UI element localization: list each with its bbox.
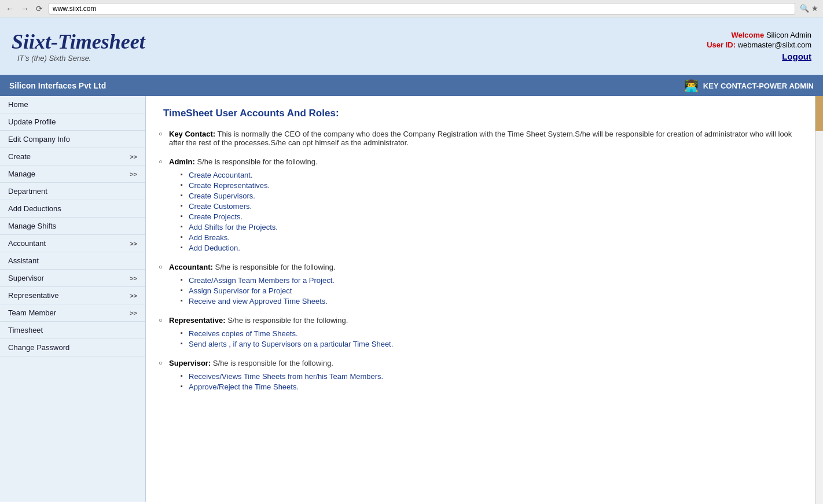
sidebar-item-create[interactable]: Create>> — [0, 148, 145, 165]
list-item: Create Representatives. — [181, 181, 806, 190]
list-item: Receive and view Approved Time Sheets. — [181, 297, 806, 306]
page-title: TimeSheet User Accounts And Roles: — [163, 108, 806, 119]
browser-tools: 🔍 ★ — [800, 4, 818, 13]
welcome-label: Welcome — [731, 31, 764, 39]
sidebar-item-label: Add Deductions — [8, 204, 61, 213]
sidebar-item-assistant[interactable]: Assistant — [0, 252, 145, 270]
sidebar-item-arrow: >> — [130, 275, 137, 282]
sidebar-item-arrow: >> — [130, 292, 137, 299]
sidebar-item-arrow: >> — [130, 310, 137, 317]
sidebar-item-arrow: >> — [130, 240, 137, 247]
section-desc: This is normally the CEO of the company … — [169, 130, 792, 147]
list-item: Assign Supervisor for a Project — [181, 286, 806, 295]
welcome-line: Welcome Silicon Admin — [707, 31, 811, 39]
nav-bar: Silicon Interfaces Pvt Ltd 👨‍💻 KEY CONTA… — [0, 75, 823, 96]
sidebar-item-label: Manage — [8, 170, 35, 178]
sidebar-item-label: Supervisor — [8, 274, 44, 282]
sidebar-item-department[interactable]: Department — [0, 183, 145, 200]
sidebar-item-label: Assistant — [8, 256, 39, 265]
list-item: Add Deduction. — [181, 244, 806, 252]
sidebar-item-label: Create — [8, 152, 31, 161]
sidebar-item-label: Representative — [8, 291, 58, 300]
sidebar-item-team-member[interactable]: Team Member>> — [0, 304, 145, 322]
userid-line: User ID: webmaster@siixt.com — [707, 41, 811, 49]
list-item: Create Supervisors. — [181, 192, 806, 200]
sidebar-item-label: Manage Shifts — [8, 222, 56, 230]
content-section-0: Key Contact: This is normally the CEO of… — [163, 130, 806, 147]
sidebar-item-accountant[interactable]: Accountant>> — [0, 235, 145, 252]
list-item: Create/Assign Team Members for a Project… — [181, 276, 806, 285]
welcome-name: Silicon Admin — [766, 31, 811, 39]
content-section-3: Representative: S/he is responsible for … — [163, 316, 806, 348]
list-item: Create Customers. — [181, 202, 806, 211]
sidebar-item-manage[interactable]: Manage>> — [0, 165, 145, 183]
sidebar-item-timesheet[interactable]: Timesheet — [0, 322, 145, 339]
user-info: Welcome Silicon Admin User ID: webmaster… — [707, 31, 811, 61]
content-section-4: Supervisor: S/he is responsible for the … — [163, 359, 806, 391]
list-item: Receives copies of Time Sheets. — [181, 329, 806, 338]
section-desc: S/he is responsible for the following. — [211, 359, 333, 367]
sub-list: Receives copies of Time Sheets.Send aler… — [181, 329, 806, 348]
sub-list: Receives/Views Time Sheets from her/his … — [181, 372, 806, 391]
sidebar-item-update-profile[interactable]: Update Profile — [0, 113, 145, 131]
sidebar-item-label: Home — [8, 100, 28, 109]
sidebar-item-representative[interactable]: Representative>> — [0, 287, 145, 304]
refresh-button[interactable]: ⟳ — [35, 4, 44, 13]
content-section-2: Accountant: S/he is responsible for the … — [163, 263, 806, 306]
sidebar-item-label: Update Profile — [8, 117, 56, 126]
sidebar: HomeUpdate ProfileEdit Company InfoCreat… — [0, 96, 146, 502]
star-icon: ★ — [811, 4, 818, 13]
scrollbar[interactable] — [815, 96, 823, 502]
content-list: Key Contact: This is normally the CEO of… — [163, 130, 806, 391]
list-item: Create Projects. — [181, 212, 806, 221]
main-content: TimeSheet User Accounts And Roles: Key C… — [146, 96, 823, 502]
section-title: Representative: — [169, 316, 226, 325]
logo-title: Siixt-Timesheet — [12, 30, 145, 54]
list-item: Approve/Reject the Time Sheets. — [181, 382, 806, 391]
section-desc: S/he is responsible for the following. — [226, 316, 348, 325]
sidebar-item-label: Department — [8, 187, 47, 196]
userid-value: webmaster@siixt.com — [738, 41, 811, 49]
sidebar-item-manage-shifts[interactable]: Manage Shifts — [0, 218, 145, 235]
sidebar-item-arrow: >> — [130, 171, 137, 178]
section-title: Accountant: — [169, 263, 213, 271]
power-admin-label: 👨‍💻 KEY CONTACT-POWER ADMIN — [684, 79, 814, 93]
sidebar-item-add-deductions[interactable]: Add Deductions — [0, 200, 145, 218]
list-item: Add Breaks. — [181, 233, 806, 242]
page-header: Siixt-Timesheet IT's (the) Sixth Sense. … — [0, 17, 823, 75]
content-section-1: Admin: S/he is responsible for the follo… — [163, 157, 806, 252]
sub-list: Create Accountant.Create Representatives… — [181, 171, 806, 252]
sidebar-item-label: Timesheet — [8, 326, 43, 334]
sidebar-item-home[interactable]: Home — [0, 96, 145, 113]
section-title: Admin: — [169, 157, 195, 166]
browser-chrome: ← → ⟳ 🔍 ★ — [0, 0, 823, 17]
company-name: Silicon Interfaces Pvt Ltd — [9, 81, 106, 90]
logo-area: Siixt-Timesheet IT's (the) Sixth Sense. — [12, 30, 145, 62]
section-desc: S/he is responsible for the following. — [213, 263, 336, 271]
logo-subtitle: IT's (the) Sixth Sense. — [12, 54, 145, 62]
sidebar-item-arrow: >> — [130, 153, 137, 160]
logout-link[interactable]: Logout — [707, 51, 811, 61]
power-admin-text: KEY CONTACT-POWER ADMIN — [703, 82, 814, 90]
back-button[interactable]: ← — [5, 4, 15, 13]
forward-button[interactable]: → — [20, 4, 30, 13]
section-desc: S/he is responsible for the following. — [195, 157, 318, 166]
list-item: Receives/Views Time Sheets from her/his … — [181, 372, 806, 381]
list-item: Create Accountant. — [181, 171, 806, 179]
scrollbar-thumb[interactable] — [815, 96, 823, 131]
sidebar-item-change-password[interactable]: Change Password — [0, 339, 145, 356]
sidebar-item-label: Accountant — [8, 239, 46, 248]
address-bar[interactable] — [49, 3, 795, 14]
search-icon: 🔍 — [800, 4, 809, 13]
list-item: Add Shifts for the Projects. — [181, 223, 806, 231]
main-layout: HomeUpdate ProfileEdit Company InfoCreat… — [0, 96, 823, 502]
section-title: Key Contact: — [169, 130, 215, 138]
sidebar-item-label: Edit Company Info — [8, 135, 70, 144]
list-item: Send alerts , if any to Supervisors on a… — [181, 340, 806, 348]
section-title: Supervisor: — [169, 359, 211, 367]
userid-label: User ID: — [707, 41, 736, 49]
sidebar-item-edit-company-info[interactable]: Edit Company Info — [0, 131, 145, 148]
sidebar-item-supervisor[interactable]: Supervisor>> — [0, 270, 145, 287]
sidebar-item-label: Team Member — [8, 308, 56, 317]
admin-icon: 👨‍💻 — [684, 79, 699, 93]
